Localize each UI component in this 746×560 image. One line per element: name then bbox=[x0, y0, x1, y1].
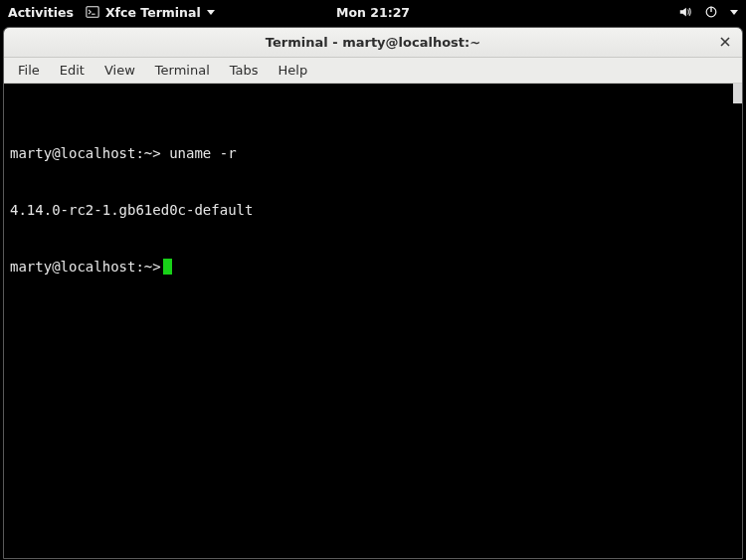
terminal-cursor bbox=[163, 259, 172, 275]
current-app-menu[interactable]: Xfce Terminal bbox=[86, 5, 215, 20]
clock-label: Mon 21:27 bbox=[336, 5, 410, 20]
menu-edit[interactable]: Edit bbox=[52, 61, 93, 80]
power-icon[interactable] bbox=[704, 5, 718, 19]
window-titlebar[interactable]: Terminal - marty@localhost:~ bbox=[4, 28, 742, 58]
volume-icon[interactable] bbox=[678, 5, 692, 19]
activities-label: Activities bbox=[8, 5, 74, 20]
terminal-viewport[interactable]: marty@localhost:~> uname -r 4.14.0-rc2-1… bbox=[4, 84, 742, 558]
clock[interactable]: Mon 21:27 bbox=[336, 5, 410, 20]
terminal-line: marty@localhost:~> bbox=[10, 258, 736, 277]
svg-rect-0 bbox=[87, 7, 98, 18]
terminal-line: marty@localhost:~> uname -r bbox=[10, 144, 736, 163]
terminal-scrollbar[interactable] bbox=[733, 84, 742, 103]
menu-tabs[interactable]: Tabs bbox=[222, 61, 267, 80]
menu-help[interactable]: Help bbox=[271, 61, 316, 80]
current-app-label: Xfce Terminal bbox=[105, 5, 201, 20]
shell-prompt: marty@localhost:~> bbox=[10, 259, 161, 275]
activities-button[interactable]: Activities bbox=[8, 5, 74, 20]
terminal-window: Terminal - marty@localhost:~ File Edit V… bbox=[3, 27, 743, 559]
terminal-app-icon bbox=[86, 5, 99, 19]
shell-command: uname -r bbox=[161, 145, 237, 161]
shell-prompt: marty@localhost:~> bbox=[10, 145, 161, 161]
window-close-button[interactable] bbox=[716, 34, 734, 52]
menu-view[interactable]: View bbox=[96, 61, 143, 80]
menu-bar: File Edit View Terminal Tabs Help bbox=[4, 58, 742, 84]
chevron-down-icon bbox=[207, 10, 215, 15]
menu-terminal[interactable]: Terminal bbox=[147, 61, 218, 80]
shell-output: 4.14.0-rc2-1.gb61ed0c-default bbox=[10, 202, 253, 218]
menu-file[interactable]: File bbox=[10, 61, 48, 80]
close-icon bbox=[719, 34, 731, 52]
desktop-top-bar: Activities Xfce Terminal Mon 21:27 bbox=[0, 0, 746, 24]
system-menu-chevron-icon[interactable] bbox=[730, 10, 738, 15]
window-title: Terminal - marty@localhost:~ bbox=[266, 35, 480, 50]
terminal-line: 4.14.0-rc2-1.gb61ed0c-default bbox=[10, 201, 736, 220]
